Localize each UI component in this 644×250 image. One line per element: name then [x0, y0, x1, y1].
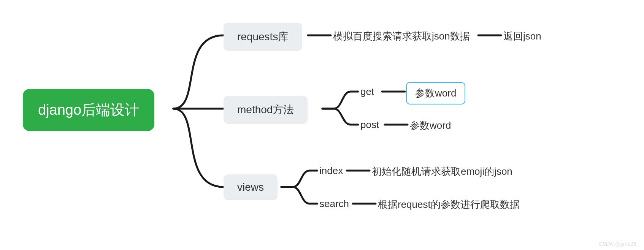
branch-requests[interactable]: requests库 — [224, 23, 302, 51]
branch-views-label: views — [237, 181, 264, 193]
leaf-views-index[interactable]: index — [319, 165, 343, 177]
watermark-text: CSDN @yma16 — [598, 241, 636, 247]
leaf-method-get-param[interactable]: 参数word — [406, 82, 465, 104]
leaf-views-search-label: search — [319, 198, 349, 210]
leaf-views-index-label: index — [319, 165, 343, 177]
leaf-views-index-desc-label: 初始化随机请求获取emoji的json — [372, 165, 512, 178]
leaf-method-get-param-label: 参数word — [415, 87, 456, 100]
root-node[interactable]: django后端设计 — [23, 89, 154, 131]
leaf-requests-desc-label: 模拟百度搜索请求获取json数据 — [333, 30, 470, 43]
leaf-views-search-desc-label: 根据request的参数进行爬取数据 — [378, 198, 520, 211]
leaf-method-post-param[interactable]: 参数word — [410, 119, 451, 132]
leaf-views-search-desc[interactable]: 根据request的参数进行爬取数据 — [378, 198, 520, 211]
branch-method[interactable]: method方法 — [224, 96, 308, 124]
leaf-requests-desc[interactable]: 模拟百度搜索请求获取json数据 — [333, 30, 470, 43]
leaf-method-post[interactable]: post — [360, 119, 379, 131]
leaf-method-get-label: get — [360, 86, 374, 98]
leaf-views-search[interactable]: search — [319, 198, 349, 210]
leaf-method-post-label: post — [360, 119, 379, 131]
leaf-views-index-desc[interactable]: 初始化随机请求获取emoji的json — [372, 165, 512, 178]
root-label: django后端设计 — [38, 100, 139, 120]
leaf-requests-return-label: 返回json — [503, 30, 541, 43]
branch-requests-label: requests库 — [237, 30, 289, 44]
branch-method-label: method方法 — [237, 103, 294, 117]
leaf-requests-return[interactable]: 返回json — [503, 30, 541, 43]
branch-views[interactable]: views — [224, 174, 278, 200]
leaf-method-get[interactable]: get — [360, 86, 374, 98]
leaf-method-post-param-label: 参数word — [410, 119, 451, 132]
